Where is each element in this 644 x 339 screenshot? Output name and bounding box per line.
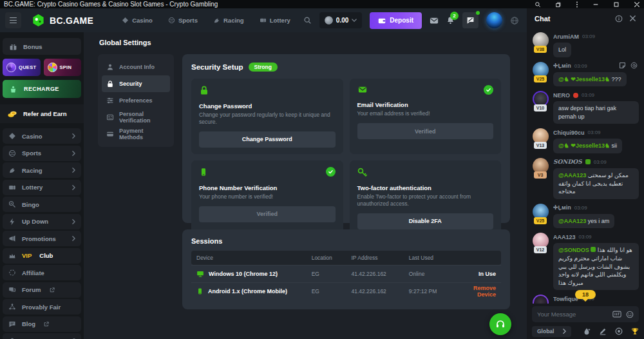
avatar[interactable] bbox=[533, 295, 549, 304]
mention-link[interactable]: @AAA123 bbox=[558, 218, 586, 224]
chat-username[interactable]: Chiqui90cu bbox=[553, 130, 585, 136]
blog-icon bbox=[8, 320, 16, 328]
chat-username[interactable]: ✛Ļмin bbox=[553, 63, 571, 69]
window-close-button[interactable] bbox=[634, 1, 640, 8]
sidebar-item-bingo[interactable]: Bingo bbox=[3, 197, 81, 212]
sticker-icon[interactable] bbox=[619, 62, 626, 69]
sidebar-item-casino[interactable]: Casino bbox=[3, 128, 81, 144]
phone-verified-button[interactable]: Verified bbox=[199, 206, 336, 222]
deposit-button[interactable]: Deposit bbox=[370, 12, 422, 29]
disable-2fa-button[interactable]: Disable 2FA bbox=[357, 213, 494, 229]
sidebar-spin-button[interactable]: SPIN bbox=[44, 59, 82, 76]
main-content: Global Settings Account Info Security Pr… bbox=[84, 32, 527, 339]
chat-message: V13 Chiqui90cu 03:09 @♞ ❤Jesselle13♞ sii bbox=[532, 128, 639, 153]
titlebar-clipboard-icon[interactable] bbox=[555, 1, 562, 8]
window-minimize-button[interactable] bbox=[592, 1, 599, 8]
app-header: BC.GAME Casino Sports Racing Lottery bbox=[0, 8, 527, 32]
sidebar-item-forum[interactable]: Forum bbox=[3, 282, 81, 298]
sessions-table: Device Location IP Address Last Used Win… bbox=[191, 251, 501, 300]
gift-icon bbox=[9, 43, 17, 51]
vip-level-badge: V38 bbox=[534, 46, 547, 53]
settings-item-preferences[interactable]: Preferences bbox=[102, 92, 170, 109]
search-icon[interactable] bbox=[303, 16, 312, 24]
sidebar-item-lottery[interactable]: Lottery bbox=[3, 180, 81, 195]
lottery-icon bbox=[8, 184, 16, 191]
notifications-bell-icon[interactable]: 2 bbox=[446, 16, 455, 24]
sidebar-item-provably-fair[interactable]: Provably Fair bbox=[3, 299, 81, 315]
sidebar-item-promotions[interactable]: Promotions bbox=[3, 231, 81, 246]
nav-lottery[interactable]: Lottery bbox=[260, 17, 290, 24]
sports-icon bbox=[8, 150, 16, 157]
settings-item-personal-verification[interactable]: Personal Verification bbox=[102, 109, 170, 126]
sidebar-item-updown[interactable]: Up Down bbox=[3, 214, 81, 229]
emoji-icon[interactable] bbox=[626, 311, 634, 318]
email-verified-button[interactable]: Verified bbox=[357, 123, 494, 139]
chevron-right-icon bbox=[72, 168, 75, 173]
sidebar-item-affiliate[interactable]: Affiliate bbox=[3, 265, 81, 280]
balance-selector[interactable]: 0.00 bbox=[319, 12, 362, 28]
pencil-icon[interactable] bbox=[599, 327, 607, 335]
sidebar-item-vip-club[interactable]: VIP Club bbox=[3, 248, 81, 264]
mention-link[interactable]: @SONDOS bbox=[558, 247, 589, 253]
demon-emoji-icon bbox=[573, 93, 578, 98]
sidebar-quest-button[interactable]: QUEST bbox=[3, 59, 41, 76]
two-factor-card: Two-factor authentication Enable Two-fac… bbox=[350, 160, 502, 236]
chat-panel: Chat V38 ArumiAM 03:09 Lol bbox=[527, 8, 644, 339]
mention-link[interactable]: @♞ ❤Jesselle13♞ bbox=[558, 76, 610, 82]
chat-username[interactable]: SONDOS bbox=[553, 159, 582, 165]
rain-drop-icon[interactable] bbox=[583, 327, 591, 335]
sidebar-item-sport-betting-insights[interactable]: Sport Betting Insig... bbox=[3, 333, 81, 339]
unread-count-pill[interactable]: 18 bbox=[575, 290, 596, 299]
brand-logo[interactable]: BC.GAME bbox=[32, 14, 93, 27]
nav-casino[interactable]: Casino bbox=[122, 17, 153, 24]
nav-racing[interactable]: Racing bbox=[213, 17, 244, 24]
sidebar-refer-and-earn[interactable]: Refer and Earn bbox=[0, 104, 84, 123]
nav-sports[interactable]: Sports bbox=[168, 17, 198, 24]
sidebar-toggle-button[interactable] bbox=[5, 12, 21, 28]
chat-username[interactable]: Towfique bbox=[553, 296, 578, 302]
chat-username[interactable]: ArumiAM bbox=[553, 34, 579, 40]
chevron-right-icon bbox=[72, 236, 75, 241]
sidebar-item-racing[interactable]: Racing bbox=[3, 162, 81, 178]
chat-message-input[interactable] bbox=[537, 311, 608, 318]
change-password-button[interactable]: Change Password bbox=[199, 131, 336, 148]
racing-icon bbox=[8, 166, 16, 174]
trophy-icon[interactable] bbox=[631, 327, 639, 335]
remove-device-link[interactable]: Remove Device bbox=[452, 285, 501, 298]
chat-timestamp: 03:09 bbox=[588, 130, 601, 135]
mention-link[interactable]: @AAA123 bbox=[558, 172, 586, 179]
chat-info-icon[interactable] bbox=[615, 15, 623, 23]
chat-toggle-button[interactable] bbox=[462, 12, 478, 28]
settings-item-account-info[interactable]: Account Info bbox=[102, 59, 170, 75]
chat-bubble: @♞ ❤Jesselle13♞ ??? bbox=[553, 72, 627, 87]
sidebar-item-sports[interactable]: Sports bbox=[3, 146, 81, 161]
settings-item-security[interactable]: Security bbox=[102, 75, 170, 92]
lock-icon bbox=[199, 85, 209, 95]
chat-username[interactable]: AAA123 bbox=[553, 234, 576, 240]
sidebar-bonus-button[interactable]: Bonus bbox=[3, 38, 81, 55]
chat-close-icon[interactable] bbox=[629, 15, 636, 23]
messages-icon[interactable] bbox=[430, 16, 439, 25]
chat-channel-selector[interactable]: Global bbox=[532, 326, 571, 337]
coin-disc-icon[interactable] bbox=[615, 327, 623, 335]
titlebar-menu-icon[interactable] bbox=[576, 1, 578, 8]
mention-link[interactable]: @♞ ❤Jesselle13♞ bbox=[558, 142, 610, 149]
chat-timestamp: 03:09 bbox=[579, 234, 592, 240]
chat-bubble: Lol bbox=[553, 43, 571, 57]
sidebar-item-blog[interactable]: Blog bbox=[3, 316, 81, 332]
settings-item-payment-methods[interactable]: Payment Methods bbox=[102, 126, 170, 142]
user-avatar[interactable] bbox=[486, 12, 502, 28]
mention-at-icon[interactable] bbox=[630, 62, 638, 69]
gif-icon[interactable] bbox=[612, 311, 621, 318]
provably-fair-icon bbox=[8, 303, 16, 311]
language-globe-icon[interactable] bbox=[510, 16, 519, 25]
support-button[interactable] bbox=[489, 313, 511, 335]
chat-timestamp: 03:09 bbox=[574, 205, 587, 211]
chat-username[interactable]: ✛Ļмin bbox=[553, 204, 571, 211]
sidebar-recharge-button[interactable]: RECHARGE bbox=[3, 80, 81, 98]
titlebar-search-icon[interactable] bbox=[535, 1, 541, 8]
chat-username[interactable]: NERO bbox=[553, 92, 570, 99]
quest-swirl-icon bbox=[6, 63, 16, 72]
chat-bubble: asw depo tiap hari gak pernah up bbox=[553, 101, 639, 124]
window-maximize-button[interactable] bbox=[613, 1, 620, 8]
